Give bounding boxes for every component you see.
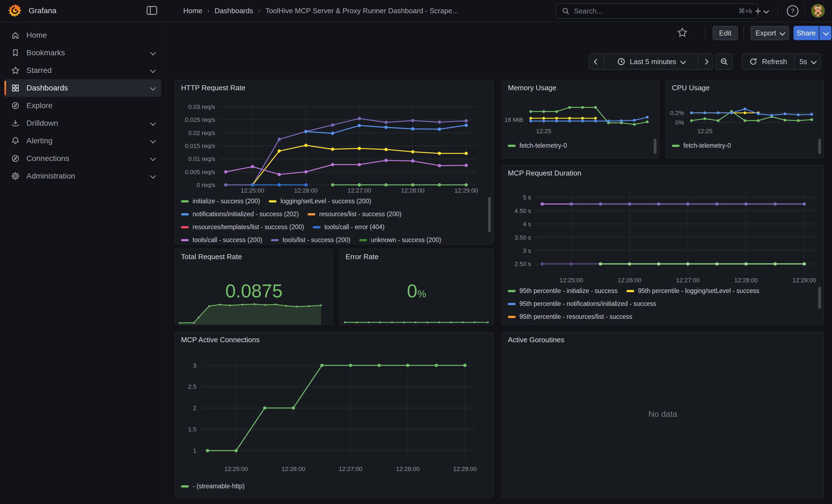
- avatar[interactable]: [811, 4, 825, 18]
- refresh-button[interactable]: Refresh: [742, 53, 795, 70]
- sidebar-item-starred[interactable]: Starred: [4, 62, 161, 79]
- sidebar-item-bookmarks[interactable]: Bookmarks: [4, 44, 161, 62]
- breadcrumb-separator: ›: [207, 7, 210, 15]
- svg-text:12:29:00: 12:29:00: [454, 187, 478, 194]
- legend-item[interactable]: logging/setLevel - success (200): [269, 197, 371, 205]
- http-request-rate-chart[interactable]: 12:25:0012:26:0012:27:0012:28:0012:29:00…: [176, 97, 493, 196]
- no-data-message: No data: [502, 409, 823, 419]
- sidebar-item-drilldown[interactable]: Drilldown: [4, 114, 161, 132]
- panel-title[interactable]: Total Request Rate: [181, 253, 242, 261]
- help-icon: ?: [787, 5, 799, 17]
- legend-scrollbar[interactable]: [818, 287, 821, 309]
- panel-title[interactable]: Error Rate: [345, 253, 379, 261]
- legend-label: 95th percentile - resources/list - succe…: [519, 313, 632, 320]
- chevron-down-icon: [150, 155, 156, 161]
- mcp-active-connections-chart[interactable]: 12:25:0012:26:0012:27:0012:28:0012:29:00…: [176, 349, 493, 481]
- legend-scrollbar[interactable]: [818, 139, 821, 154]
- favorite-star-icon[interactable]: [677, 27, 688, 38]
- chevron-down-icon: [150, 67, 156, 73]
- sidebar-item-explore[interactable]: Explore: [4, 97, 161, 114]
- svg-text:0.015 req/s: 0.015 req/s: [185, 142, 215, 150]
- chevron-down-icon: [150, 85, 156, 90]
- sidebar-toggle-icon[interactable]: [145, 5, 158, 16]
- svg-text:12:25: 12:25: [697, 128, 712, 135]
- memory-usage-chart[interactable]: 12:2516 MiB: [502, 95, 659, 145]
- search-shortcut: ⌘+k: [738, 7, 752, 15]
- zoom-out-button[interactable]: [716, 53, 733, 70]
- svg-text:12:27:00: 12:27:00: [347, 187, 371, 194]
- svg-text:12:28:00: 12:28:00: [401, 187, 424, 194]
- svg-text:0.005 req/s: 0.005 req/s: [185, 169, 215, 176]
- legend-label: resources/templates/list - success (200): [192, 223, 304, 231]
- legend-label: 95th percentile - notifications/initiali…: [519, 300, 656, 308]
- refresh-interval-dropdown[interactable]: 5s: [794, 53, 821, 70]
- legend-item[interactable]: tools/call - error (404): [313, 223, 385, 231]
- panel-title[interactable]: CPU Usage: [672, 84, 709, 92]
- time-controls: Last 5 minutes Refresh 5s: [166, 51, 832, 71]
- chevron-down-icon: [779, 30, 785, 35]
- legend-item[interactable]: 95th percentile - logging/setLevel - suc…: [626, 287, 759, 295]
- legend-item[interactable]: fetch-telemetry-0: [672, 142, 731, 150]
- panel-active-goroutines: Active Goroutines No data: [502, 332, 824, 498]
- legend-item[interactable]: 95th percentile - notifications/initiali…: [508, 300, 656, 308]
- sidebar-item-administration[interactable]: Administration: [4, 167, 161, 185]
- add-button[interactable]: +: [755, 4, 768, 18]
- compass-icon: [11, 101, 20, 110]
- svg-text:0%: 0%: [675, 119, 684, 126]
- grafana-logo-icon[interactable]: [8, 3, 22, 18]
- share-button[interactable]: Share: [794, 26, 819, 40]
- breadcrumb-dashboards[interactable]: Dashboards: [215, 7, 253, 15]
- legend-scrollbar[interactable]: [488, 197, 491, 232]
- svg-text:12:28:00: 12:28:00: [734, 277, 758, 284]
- legend-item[interactable]: 95th percentile - initialize - success: [508, 287, 618, 295]
- search-input[interactable]: Search... ⌘+k: [556, 3, 758, 19]
- grafana-app: Grafana Home › Dashboards › ToolHive MCP…: [0, 0, 832, 504]
- legend-item[interactable]: fetch-telemetry-0: [508, 142, 567, 150]
- panel-title[interactable]: MCP Active Connections: [181, 336, 260, 344]
- chart-legend: - (streamable-http): [181, 480, 484, 497]
- panel-title[interactable]: Memory Usage: [508, 84, 556, 92]
- svg-text:0.01 req/s: 0.01 req/s: [188, 155, 215, 162]
- svg-text:12:25:00: 12:25:00: [241, 187, 264, 194]
- legend-item[interactable]: tools/list - success (200): [271, 236, 350, 244]
- panel-title[interactable]: HTTP Request Rate: [181, 84, 245, 92]
- legend-item[interactable]: resources/templates/list - success (200): [181, 223, 304, 231]
- time-range-picker[interactable]: Last 5 minutes: [604, 53, 698, 70]
- legend-item[interactable]: resources/list - success (200): [308, 210, 401, 218]
- legend-item[interactable]: notifications/initialized - success (202…: [181, 210, 299, 218]
- time-back-button[interactable]: [589, 53, 604, 70]
- legend-scrollbar[interactable]: [654, 139, 656, 154]
- svg-text:12:25:00: 12:25:00: [224, 466, 248, 472]
- legend-color-chip: [181, 213, 189, 215]
- mcp-request-duration-chart[interactable]: 12:25:0012:26:0012:27:0012:28:0012:29:00…: [502, 182, 823, 285]
- chevron-down-icon: [150, 120, 156, 126]
- panel-title[interactable]: MCP Request Duration: [508, 169, 581, 178]
- svg-text:3.50 s: 3.50 s: [515, 234, 531, 241]
- svg-text:12:26:00: 12:26:00: [618, 277, 641, 284]
- connections-icon: [11, 154, 20, 163]
- sidebar-item-home[interactable]: Home: [4, 26, 161, 44]
- breadcrumb-home[interactable]: Home: [183, 7, 202, 15]
- time-forward-button[interactable]: [698, 53, 713, 70]
- stat-value: 0.0875: [176, 280, 332, 301]
- sidebar-item-connections[interactable]: Connections: [4, 150, 161, 167]
- cpu-usage-chart[interactable]: 12:250%0.2%: [666, 95, 823, 145]
- chart-legend: initialize - success (200)logging/setLev…: [181, 195, 484, 244]
- search-placeholder: Search...: [574, 7, 734, 16]
- chevron-down-icon: [680, 58, 686, 64]
- chevron-left-icon: [594, 59, 599, 64]
- panel-title[interactable]: Active Goroutines: [508, 336, 564, 344]
- legend-item[interactable]: tools/call - success (200): [181, 236, 262, 244]
- edit-button[interactable]: Edit: [712, 26, 738, 40]
- bell-icon: [11, 136, 20, 145]
- export-button[interactable]: Export: [751, 26, 789, 40]
- legend-item[interactable]: - (streamable-http): [181, 482, 244, 490]
- sidebar-item-dashboards[interactable]: Dashboards: [4, 79, 161, 97]
- legend-item[interactable]: initialize - success (200): [181, 197, 260, 205]
- share-dropdown-button[interactable]: [820, 26, 831, 40]
- sidebar-item-alerting[interactable]: Alerting: [4, 132, 161, 150]
- help-button[interactable]: ?: [787, 4, 799, 18]
- svg-text:16 MiB: 16 MiB: [504, 116, 523, 123]
- legend-item[interactable]: 95th percentile - resources/list - succe…: [508, 313, 632, 320]
- legend-item[interactable]: unknown - success (200): [359, 236, 441, 244]
